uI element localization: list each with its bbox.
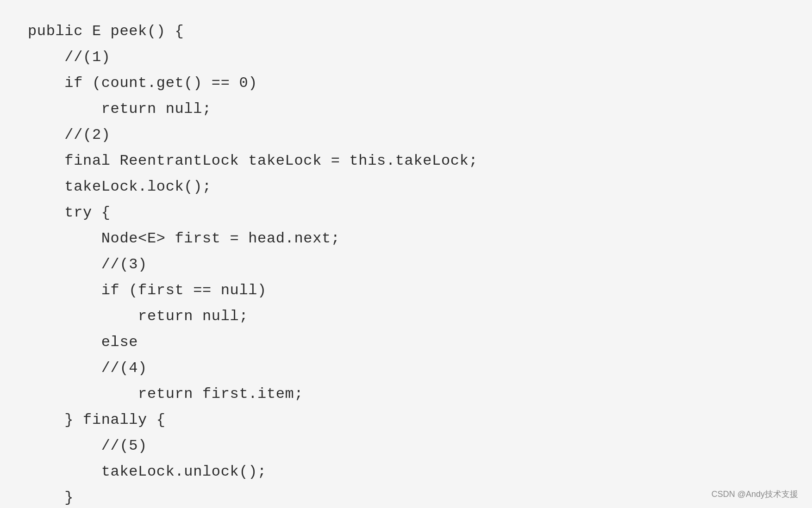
watermark: CSDN @Andy技术支援 xyxy=(712,489,798,500)
code-container: public E peek() { //(1) if (count.get() … xyxy=(0,0,812,508)
code-block: public E peek() { //(1) if (count.get() … xyxy=(28,19,784,508)
